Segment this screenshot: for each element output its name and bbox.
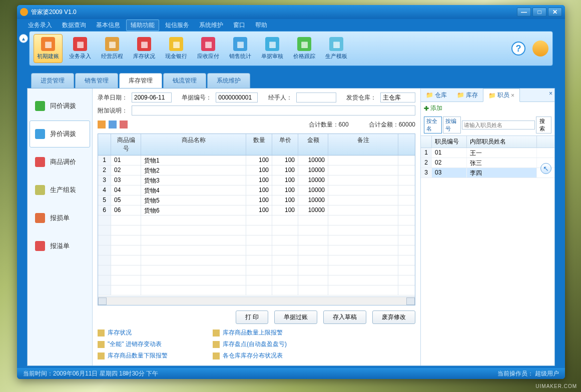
table-row[interactable] [98,216,415,226]
grid-icon[interactable] [98,120,106,128]
link[interactable]: 库存商品数量上限报警 [223,328,283,337]
rp-col-职员编号[interactable]: 职员编号 [432,136,467,148]
action-打印[interactable]: 打 印 [236,310,268,324]
side-nav: 同价调拨异价调拨商品调价生产组装报损单报溢单 [28,88,93,366]
rp-tab-库存[interactable]: 📁库存 [452,88,483,102]
building-icon[interactable] [109,120,117,128]
tab-库存管理[interactable]: 库存管理 [119,73,162,88]
warehouse-input[interactable] [380,92,415,102]
table-row[interactable] [98,256,415,266]
handler-input[interactable] [296,92,336,102]
menu-系统维护[interactable]: 系统维护 [195,20,227,30]
menu-辅助功能[interactable]: 辅助功能 [126,20,159,31]
rp-col-内部职员姓名[interactable]: 内部职员姓名 [467,136,537,148]
toolbtn-单据审核[interactable]: ▦单据审核 [258,34,287,63]
grid-body[interactable]: 101货物110010010000202货物210010010000303货物3… [98,156,415,296]
person-icon[interactable] [120,120,128,128]
menu-窗口[interactable]: 窗口 [229,20,249,30]
grid-hscrollbar[interactable] [98,296,415,305]
action-存入草稿[interactable]: 存入草稿 [323,310,366,324]
collapse-toolbar-button[interactable]: ▲ [19,34,28,43]
rp-col-idx[interactable] [421,136,432,148]
col-单价[interactable]: 单价 [272,134,298,155]
search-button[interactable]: 搜索 [536,116,551,134]
link[interactable]: 各仓库库存分布状况表 [223,352,283,360]
col-备注[interactable]: 备注 [328,134,398,155]
help-button[interactable]: ? [511,42,525,56]
search-input[interactable] [462,120,535,130]
close-button[interactable]: ✕ [548,8,562,16]
menu-业务录入[interactable]: 业务录入 [24,20,56,30]
menu-帮助[interactable]: 帮助 [251,20,271,30]
browser-icon[interactable] [532,40,548,56]
toolbtn-库存状况[interactable]: ▦库存状况 [130,34,159,63]
folder-icon: 📁 [426,92,433,98]
sidenav-生产组装[interactable]: 生产组装 [30,176,90,204]
tab-系统维护[interactable]: 系统维护 [207,73,250,88]
link[interactable]: 库存状况 [108,328,132,337]
rp-row[interactable]: 303李四 [421,168,554,178]
col-金额[interactable]: 金额 [298,134,328,155]
rp-tab-职员[interactable]: 📁职员 × [483,88,520,102]
table-row[interactable] [98,236,415,246]
rp-row[interactable]: 101王一 [421,148,554,158]
link[interactable]: 库存盘点(自动盘盈盘亏) [223,340,287,348]
assign-arrow-icon[interactable]: ↖ [540,163,551,174]
sidenav-icon [35,241,45,251]
table-row[interactable] [98,246,415,256]
minimize-button[interactable]: — [517,8,531,16]
menu-基本信息[interactable]: 基本信息 [92,20,124,30]
table-row[interactable] [98,226,415,236]
col-商品名称[interactable]: 商品名称 [141,134,246,155]
toolbtn-销售统计[interactable]: ▦销售统计 [226,34,255,63]
menu-数据查询[interactable]: 数据查询 [58,20,90,30]
table-row[interactable] [98,266,415,276]
sidenav-报溢单[interactable]: 报溢单 [30,232,90,260]
table-row[interactable]: 404货物410010010000 [98,186,415,196]
toolbtn-价格跟踪[interactable]: ▦价格跟踪 [290,34,319,63]
note-input[interactable] [132,106,415,116]
action-废弃修改[interactable]: 废弃修改 [372,310,415,324]
tab-close-icon[interactable]: × [511,92,514,99]
rp-tab-仓库[interactable]: 📁仓库 [421,88,452,102]
table-row[interactable]: 303货物310010010000 [98,176,415,186]
table-row[interactable]: 505货物510010010000 [98,196,415,206]
menu-短信服务[interactable]: 短信服务 [161,20,193,30]
window-title: 管家婆2009 V1.0 [31,8,515,16]
docno-input[interactable] [216,92,258,102]
toolbtn-经营历程[interactable]: ▦经营历程 [98,34,127,63]
sidenav-异价调拨[interactable]: 异价调拨 [30,120,90,148]
maximize-button[interactable]: □ [532,8,546,16]
toolbtn-初期建账[interactable]: ▦初期建账 [34,34,63,63]
add-button[interactable]: ✚ 添加 [424,104,442,112]
sidenav-同价调拨[interactable]: 同价调拨 [30,92,90,120]
table-row[interactable] [98,276,415,286]
tab-钱流管理[interactable]: 钱流管理 [163,73,206,88]
table-row[interactable] [98,286,415,296]
col-商品编号[interactable]: 商品编号 [111,134,141,155]
filter-by-code[interactable]: 按编号 [443,116,461,134]
action-单据过账[interactable]: 单据过账 [274,310,317,324]
filter-by-name[interactable]: 按全名 [424,116,442,134]
table-row[interactable]: 101货物110010010000 [98,156,415,166]
tab-进货管理[interactable]: 进货管理 [31,73,74,88]
toolbtn-现金银行[interactable]: ▦现金银行 [162,34,191,63]
link[interactable]: "全能" 进销存变动表 [108,340,162,348]
sum-qty-label: 合计数量： [309,121,339,128]
tool-icon: ▦ [41,37,55,51]
col-数量[interactable]: 数量 [246,134,272,155]
date-input[interactable] [132,92,172,102]
table-row[interactable]: 606货物610010010000 [98,206,415,216]
sidenav-商品调价[interactable]: 商品调价 [30,148,90,176]
toolbtn-业务录入[interactable]: ▦业务录入 [66,34,95,63]
toolbtn-应收应付[interactable]: ▦应收应付 [194,34,223,63]
link[interactable]: 库存商品数量下限报警 [108,352,168,360]
tab-销售管理[interactable]: 销售管理 [75,73,118,88]
rp-row[interactable]: 202张三 [421,158,554,168]
table-row[interactable]: 202货物210010010000 [98,166,415,176]
right-grid[interactable]: 职员编号内部职员姓名 101王一202张三303李四 ↖ [421,136,554,366]
col-index[interactable] [98,134,111,155]
sidenav-报损单[interactable]: 报损单 [30,204,90,232]
toolbtn-生产模板[interactable]: ▦生产模板 [322,34,351,63]
panel-close-icon[interactable]: × [549,90,552,97]
